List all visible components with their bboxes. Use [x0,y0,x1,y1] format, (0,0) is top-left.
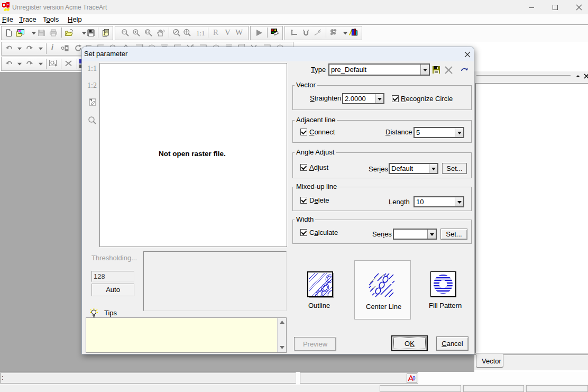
svg-text:θ: θ [412,376,416,381]
